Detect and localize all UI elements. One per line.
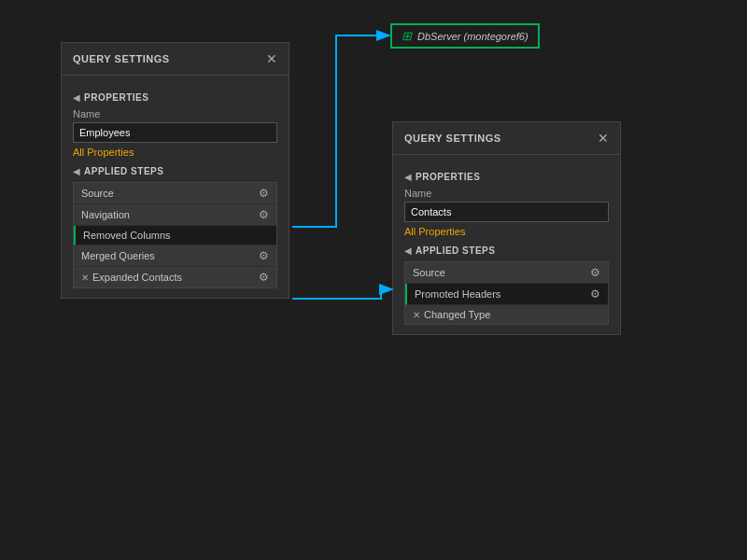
left-step-item[interactable]: Removed Columns (74, 226, 276, 245)
left-query-settings-panel: QUERY SETTINGS ✕ ◀ PROPERTIES Name All P… (61, 42, 289, 299)
left-step-item[interactable]: Source⚙ (74, 183, 276, 204)
left-step-item[interactable]: ✕Expanded Contacts⚙ (74, 267, 276, 287)
right-properties-arrow: ◀ (404, 172, 412, 182)
left-step-item[interactable]: Navigation⚙ (74, 204, 276, 226)
right-step-item[interactable]: ✕Changed Type (405, 305, 608, 324)
dbserver-icon: ⊞ (402, 29, 412, 43)
right-panel-title: QUERY SETTINGS (404, 133, 501, 144)
left-name-label: Name (73, 108, 277, 119)
left-applied-steps-section: ◀ APPLIED STEPS Source⚙Navigation⚙Remove… (73, 166, 277, 288)
right-step-item[interactable]: Source⚙ (405, 262, 608, 284)
left-step-label: Navigation (81, 209, 130, 220)
right-step-label: Promoted Headers (415, 288, 500, 300)
right-step-label: Source (413, 267, 445, 278)
step-gear-icon[interactable]: ⚙ (259, 249, 269, 262)
left-steps-title: APPLIED STEPS (84, 166, 163, 176)
left-panel-body: ◀ PROPERTIES Name All Properties ◀ APPLI… (62, 76, 289, 298)
left-all-properties-link[interactable]: All Properties (73, 147, 134, 158)
step-error-icon: ✕ (413, 310, 420, 320)
right-steps-section-header: ◀ APPLIED STEPS (404, 245, 609, 256)
step-gear-icon[interactable]: ⚙ (259, 187, 269, 200)
right-step-label: ✕Changed Type (413, 309, 490, 320)
left-panel-title: QUERY SETTINGS (73, 53, 170, 64)
right-steps-title: APPLIED STEPS (416, 245, 495, 256)
right-step-item[interactable]: Promoted Headers⚙ (405, 284, 608, 305)
right-properties-title: PROPERTIES (416, 172, 480, 182)
right-steps-list: Source⚙Promoted Headers⚙✕Changed Type (404, 261, 609, 325)
right-properties-section-header: ◀ PROPERTIES (404, 172, 609, 182)
right-applied-steps-section: ◀ APPLIED STEPS Source⚙Promoted Headers⚙… (404, 245, 609, 325)
right-name-input[interactable] (404, 202, 609, 222)
left-panel-header: QUERY SETTINGS ✕ (62, 43, 289, 76)
arrow-to-dbserver (292, 35, 388, 227)
right-query-settings-panel: QUERY SETTINGS ✕ ◀ PROPERTIES Name All P… (392, 121, 621, 335)
left-steps-list: Source⚙Navigation⚙Removed ColumnsMerged … (73, 182, 277, 288)
step-gear-icon[interactable]: ⚙ (259, 208, 269, 221)
left-panel-close-button[interactable]: ✕ (266, 52, 277, 65)
left-steps-arrow: ◀ (73, 166, 80, 176)
right-panel-body: ◀ PROPERTIES Name All Properties ◀ APPLI… (393, 155, 620, 334)
left-name-input[interactable] (73, 122, 277, 143)
right-panel-header: QUERY SETTINGS ✕ (393, 122, 620, 155)
left-step-label: Merged Queries (81, 250, 155, 261)
left-step-label: ✕Expanded Contacts (81, 272, 182, 283)
right-panel-close-button[interactable]: ✕ (598, 132, 609, 145)
step-error-icon: ✕ (81, 273, 89, 283)
left-step-item[interactable]: Merged Queries⚙ (74, 245, 276, 267)
right-name-label: Name (404, 188, 609, 199)
left-properties-title: PROPERTIES (84, 92, 148, 103)
right-steps-arrow: ◀ (404, 245, 412, 256)
left-step-label: Source (81, 188, 114, 199)
right-all-properties-link[interactable]: All Properties (404, 226, 465, 237)
dbserver-label: DbServer (montegoref6) (417, 31, 529, 42)
left-steps-section-header: ◀ APPLIED STEPS (73, 166, 277, 176)
dbserver-box: ⊞ DbServer (montegoref6) (390, 23, 540, 49)
step-gear-icon[interactable]: ⚙ (590, 287, 600, 301)
step-gear-icon[interactable]: ⚙ (259, 271, 269, 284)
step-gear-icon[interactable]: ⚙ (590, 266, 600, 279)
left-properties-section-header: ◀ PROPERTIES (73, 92, 277, 103)
left-step-label: Removed Columns (83, 230, 171, 241)
left-properties-arrow: ◀ (73, 92, 80, 103)
arrow-to-right-panel (292, 289, 390, 299)
